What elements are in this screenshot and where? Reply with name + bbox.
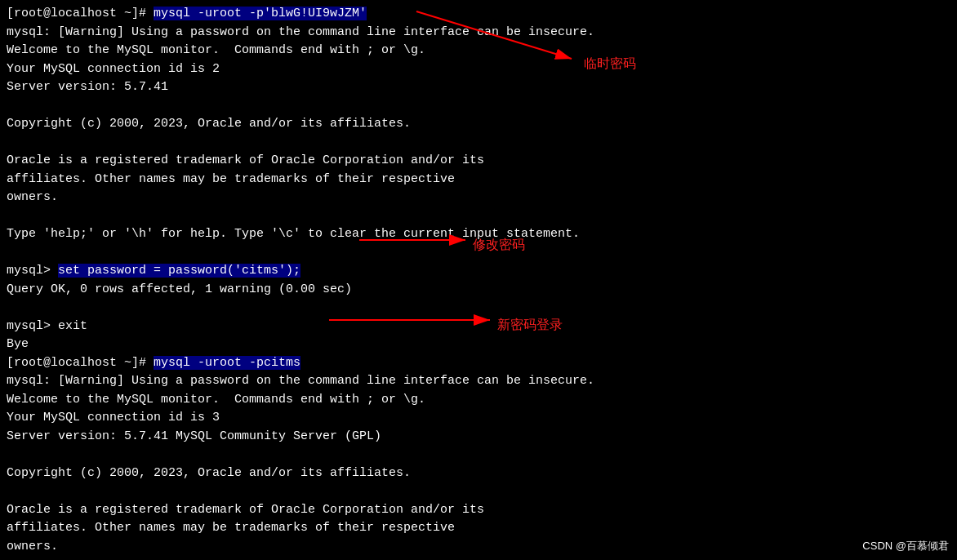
terminal-line: [7, 97, 950, 116]
terminal-line: Server version: 5.7.41: [7, 78, 950, 97]
terminal-line: [root@localhost ~]# mysql -uroot -p'blwG…: [7, 5, 950, 24]
terminal-line: Bye: [7, 336, 950, 354]
terminal-output: [root@localhost ~]# mysql -uroot -p'blwG…: [7, 5, 950, 560]
terminal-line: owners.: [7, 189, 950, 207]
terminal-line: mysql: [Warning] Using a password on the…: [7, 372, 950, 391]
terminal-line: Server version: 5.7.41 MySQL Community S…: [7, 428, 950, 447]
terminal-line: Welcome to the MySQL monitor. Commands e…: [7, 42, 950, 60]
terminal-line: mysql> exit: [7, 318, 950, 336]
terminal-line: Your MySQL connection id is 3: [7, 409, 950, 428]
terminal-line: Copyright (c) 2000, 2023, Oracle and/or …: [7, 464, 950, 483]
terminal-line: Copyright (c) 2000, 2023, Oracle and/or …: [7, 115, 950, 134]
terminal-line: [7, 482, 950, 501]
annotation-1: 修改密码: [473, 237, 525, 254]
terminal-line: Query OK, 0 rows affected, 1 warning (0.…: [7, 281, 950, 300]
terminal-line: [7, 134, 950, 153]
terminal-line: mysql: [Warning] Using a password on the…: [7, 24, 950, 42]
terminal-line: Oracle is a registered trademark of Orac…: [7, 152, 950, 171]
terminal-line: [root@localhost ~]# mysql -uroot -pcitms: [7, 354, 950, 373]
terminal-line: Your MySQL connection id is 2: [7, 60, 950, 79]
terminal: [root@localhost ~]# mysql -uroot -p'blwG…: [0, 0, 957, 560]
terminal-line: mysql> set password = password('citms');: [7, 262, 950, 281]
terminal-line: [7, 556, 950, 560]
terminal-line: affiliates. Other names may be trademark…: [7, 171, 950, 189]
annotation-0: 临时密码: [584, 56, 636, 73]
terminal-line: [7, 299, 950, 318]
terminal-line: [7, 446, 950, 464]
terminal-line: owners.: [7, 538, 950, 557]
terminal-line: Welcome to the MySQL monitor. Commands e…: [7, 391, 950, 410]
terminal-line: Oracle is a registered trademark of Orac…: [7, 501, 950, 520]
terminal-line: affiliates. Other names may be trademark…: [7, 519, 950, 538]
annotation-2: 新密码登录: [497, 317, 563, 334]
watermark: CSDN @百慕倾君: [862, 539, 949, 553]
terminal-line: [7, 207, 950, 226]
